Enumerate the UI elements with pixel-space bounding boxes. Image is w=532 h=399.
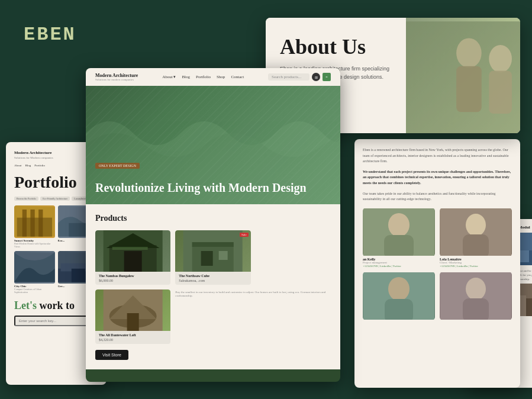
svg-rect-41 xyxy=(385,299,413,320)
main-navbar: Modern Architecture Solutions for modern… xyxy=(86,68,340,86)
team-role-2: Client / Marketing xyxy=(440,261,512,264)
team-links-1[interactable]: +123456789 | LinkedIn | Twitter xyxy=(363,265,435,268)
about-people-svg xyxy=(406,18,521,133)
about-detail-para2: We understand that each project presents… xyxy=(363,169,512,186)
portfolio-item-subtitle-3: Compact Creations of Urban Sophisticatio… xyxy=(14,288,55,294)
nav-actions: Search products... ⊞ ≡ xyxy=(268,73,331,81)
nav-link-shop[interactable]: Shop xyxy=(217,75,225,79)
product-price-1: $6,900.00 xyxy=(99,279,167,282)
product-desc-block: Buy the smallest in our inventory to bui… xyxy=(175,289,331,344)
team-member-3 xyxy=(363,272,435,320)
about-photo-container xyxy=(406,18,521,133)
team-photo-svg-2 xyxy=(440,208,512,256)
svg-rect-32 xyxy=(71,269,85,282)
hero-badge: ONLY EXPERT DESIGN xyxy=(95,163,140,169)
svg-rect-44 xyxy=(463,298,489,320)
svg-rect-20 xyxy=(127,313,139,331)
hero-headline-text: Revolutionize Living with Modern Design xyxy=(95,181,331,195)
product-name-1: The Nambas Bungalow xyxy=(99,274,167,279)
svg-rect-10 xyxy=(124,251,142,272)
svg-point-43 xyxy=(466,278,486,300)
team-links-2[interactable]: +123456789 | LinkedIn | Twitter xyxy=(440,265,512,268)
team-photo-svg-3 xyxy=(363,272,435,320)
portfolio-item-1[interactable]: Sunset Serenity Find Modern Homes with S… xyxy=(14,205,55,248)
hero-headline: Revolutionize Living with Modern Design xyxy=(95,181,331,195)
product-info-3: The Ali Dantewater Loft $4,320.00 xyxy=(95,331,170,344)
products-title: Products xyxy=(95,214,331,223)
nav-link-contact[interactable]: Contact xyxy=(231,75,244,79)
product-price-2: Saleakamoa, .com xyxy=(179,279,247,282)
nav-link-about[interactable]: About ▾ xyxy=(162,75,176,79)
team-photo-svg-1 xyxy=(363,208,435,256)
nav-brand-name: Modern Architecture xyxy=(95,73,138,78)
about-detail-card: Eben is a renowned architecture firm bas… xyxy=(354,139,520,388)
sale-badge: Sale xyxy=(240,233,249,237)
svg-point-37 xyxy=(466,214,486,236)
product-img-2: Sale xyxy=(175,230,250,272)
cta-highlight: Let's xyxy=(14,300,37,311)
portfolio-item-subtitle-1: Find Modern Homes with Spectacular Views xyxy=(14,242,55,248)
svg-rect-16 xyxy=(219,251,228,260)
svg-rect-23 xyxy=(22,210,27,237)
team-role-1: Project management xyxy=(363,261,435,264)
team-member-4 xyxy=(440,272,512,320)
portfolio-nav-portfolio[interactable]: Portfolio xyxy=(34,164,45,167)
product-card-1: The Nambas Bungalow $6,900.00 xyxy=(95,230,170,285)
product-img-3 xyxy=(95,289,170,331)
product-price-3: $4,320.00 xyxy=(99,338,167,342)
nav-search[interactable]: Search products... xyxy=(268,73,309,81)
nav-brand: Modern Architecture Solutions for modern… xyxy=(95,73,138,81)
nav-cart-icon[interactable]: ⊞ xyxy=(312,73,320,81)
green-hero: ONLY EXPERT DESIGN Revolutionize Living … xyxy=(86,86,340,204)
portfolio-nav-about[interactable]: About xyxy=(14,164,22,167)
portfolio-img-1 xyxy=(14,205,55,238)
portfolio-img-3 xyxy=(14,251,55,284)
svg-rect-14 xyxy=(192,242,234,247)
products-grid: The Nambas Bungalow $6,900.00 Sale xyxy=(95,230,331,344)
svg-rect-38 xyxy=(463,234,489,256)
house-svg-1 xyxy=(95,230,170,272)
svg-point-40 xyxy=(388,277,410,301)
about-detail-bottom: Our team takes pride in our ability to b… xyxy=(363,191,512,202)
team-photo-svg-4 xyxy=(440,272,512,320)
filter-tag-2[interactable]: Eco-Friendly Architecture xyxy=(40,197,70,201)
team-member-1: an Kelly Project management +123456789 |… xyxy=(363,208,435,268)
product-name-2: The Northsaw Cube xyxy=(179,274,247,279)
portfolio-nav-blog[interactable]: Blog xyxy=(25,164,31,167)
product-card-2: Sale The Northsaw Cube Saleakamoa, .com xyxy=(175,230,250,285)
products-section: Products The Nambas Bungalow $6,90 xyxy=(86,204,340,369)
about-us-title: About Us xyxy=(280,34,392,59)
product-info-1: The Nambas Bungalow $6,900.00 xyxy=(95,272,170,285)
product-name-3: The Ali Dantewater Loft xyxy=(99,333,167,338)
product-card-4: The Ali Dantewater Loft $4,320.00 xyxy=(95,289,170,344)
main-green-card: Modern Architecture Solutions for modern… xyxy=(86,68,340,382)
brand-logo: Eben xyxy=(24,24,76,46)
visit-store-button[interactable]: Visit Store xyxy=(95,350,128,360)
svg-rect-25 xyxy=(38,210,43,237)
nav-tagline: Solutions for modern companies xyxy=(95,78,138,81)
nav-user-icon[interactable]: ≡ xyxy=(323,73,331,81)
team-photo-2 xyxy=(440,208,512,256)
portfolio-img-svg-1 xyxy=(14,205,55,238)
about-detail-para1: Eben is a renowned architecture firm bas… xyxy=(363,147,512,165)
nav-link-blog[interactable]: Blog xyxy=(182,75,190,79)
svg-rect-24 xyxy=(30,210,34,237)
svg-rect-6 xyxy=(406,21,521,133)
team-member-2: Lola Lemaitre Client / Marketing +123456… xyxy=(440,208,512,268)
filter-tag-1[interactable]: Browse the Portfolio xyxy=(14,197,38,201)
house-svg-3 xyxy=(95,289,170,331)
svg-rect-11 xyxy=(112,247,148,250)
product-desc-text: Buy the smallest in our inventory to bui… xyxy=(175,291,331,298)
svg-rect-35 xyxy=(384,235,414,256)
portfolio-item-3[interactable]: City Chic Compact Creations of Urban Sop… xyxy=(14,251,55,294)
about-us-image xyxy=(406,18,521,133)
svg-rect-15 xyxy=(201,251,213,266)
nav-links: About ▾ Blog Portfolio Shop Contact xyxy=(162,75,244,79)
portfolio-img-svg-3 xyxy=(14,251,55,284)
nav-link-portfolio[interactable]: Portfolio xyxy=(196,75,211,79)
svg-rect-27 xyxy=(69,223,88,237)
team-photo-1 xyxy=(363,208,435,256)
product-info-2: The Northsaw Cube Saleakamoa, .com xyxy=(175,272,250,285)
team-photo-3 xyxy=(363,272,435,320)
team-photo-4 xyxy=(440,272,512,320)
